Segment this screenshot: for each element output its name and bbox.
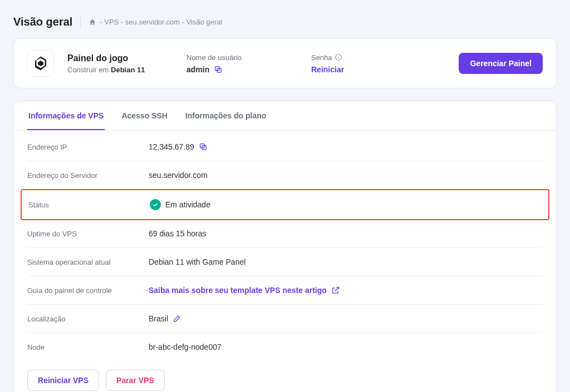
- row-server: Endereço do Servidor seu.servidor.com: [27, 161, 543, 190]
- header-divider: [80, 17, 81, 27]
- copy-icon[interactable]: [199, 142, 208, 151]
- location-label: Localização: [27, 315, 149, 323]
- row-node: Node br-abc-defg-node007: [27, 333, 543, 361]
- breadcrumb-text: - VPS - seu.servidor.com - Visão geral: [100, 18, 222, 26]
- row-location: Localização Brasil: [27, 305, 543, 333]
- page-header: Visão geral - VPS - seu.servidor.com - V…: [13, 16, 557, 28]
- location-value: Brasil: [149, 314, 168, 323]
- stop-vps-button[interactable]: Parar VPS: [106, 370, 165, 391]
- manage-panel-button[interactable]: Gerenciar Painel: [459, 53, 543, 74]
- status-label: Status: [28, 201, 150, 209]
- page-title: Visão geral: [13, 16, 72, 28]
- username-label: Nome de usuário: [186, 53, 298, 62]
- row-uptime: Uptime do VPS 69 dias 15 horas: [27, 220, 543, 248]
- os-value: Debian 11 with Game Panel: [149, 257, 245, 266]
- tab-ssh[interactable]: Acesso SSH: [120, 101, 168, 130]
- panel-subtitle: Construir em Debian 11: [67, 66, 173, 74]
- copy-icon[interactable]: [214, 65, 223, 74]
- node-value: br-abc-defg-node007: [149, 343, 222, 351]
- row-os: Sistema operacional atual Debian 11 with…: [27, 248, 543, 276]
- panel-logo: [27, 50, 54, 77]
- info-icon[interactable]: [335, 53, 342, 61]
- guide-link[interactable]: Saiba mais sobre seu template VPS neste …: [149, 286, 327, 295]
- tab-plan[interactable]: Informações do plano: [184, 101, 267, 130]
- password-reset-link[interactable]: Reiniciar: [311, 65, 422, 74]
- tabs: Informações de VPS Acesso SSH Informaçõe…: [14, 101, 556, 131]
- home-icon[interactable]: [89, 18, 96, 26]
- server-value: seu.servidor.com: [149, 171, 208, 180]
- hex-icon: [32, 55, 49, 72]
- tab-vps-info[interactable]: Informações de VPS: [27, 101, 105, 130]
- panel-title: Painel do jogo: [67, 53, 173, 63]
- row-ip: Endereço IP 12.345.67.89: [27, 133, 543, 161]
- node-label: Node: [27, 343, 149, 351]
- game-panel-card: Painel do jogo Construir em Debian 11 No…: [13, 38, 557, 88]
- external-link-icon[interactable]: [331, 286, 340, 295]
- os-label: Sistema operacional atual: [27, 258, 149, 266]
- vps-info-card: Informações de VPS Acesso SSH Informaçõe…: [13, 101, 557, 392]
- uptime-value: 69 dias 15 horas: [149, 229, 207, 238]
- edit-icon[interactable]: [173, 314, 181, 323]
- row-guide: Guia do painel de controle Saiba mais so…: [27, 276, 543, 305]
- status-check-icon: [150, 199, 161, 210]
- ip-value: 12.345.67.89: [149, 142, 194, 151]
- server-label: Endereço do Servidor: [27, 171, 149, 180]
- uptime-label: Uptime do VPS: [27, 230, 149, 238]
- username-value: admin: [186, 65, 209, 74]
- row-status: Status Em atividade: [21, 189, 549, 220]
- ip-label: Endereço IP: [27, 143, 149, 151]
- restart-vps-button[interactable]: Reiniciar VPS: [27, 370, 99, 391]
- password-label: Senha: [311, 53, 422, 62]
- breadcrumb[interactable]: - VPS - seu.servidor.com - Visão geral: [89, 18, 222, 26]
- guide-label: Guia do painel de controle: [27, 286, 149, 295]
- status-value: Em atividade: [165, 200, 210, 209]
